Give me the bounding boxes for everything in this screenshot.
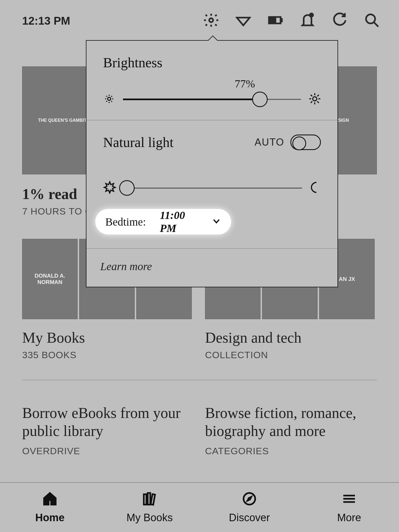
tab-discover[interactable]: Discover	[200, 483, 299, 532]
shelf-title: My Books	[22, 329, 194, 346]
natural-light-section: Natural light AUTO Bedtime: 11:00 PM	[86, 120, 337, 248]
status-icons	[203, 12, 380, 29]
svg-marker-33	[104, 182, 115, 193]
svg-point-12	[310, 14, 313, 17]
overdrive-tile[interactable]: Borrow eBooks from your public library O…	[22, 394, 194, 456]
svg-rect-36	[151, 494, 155, 505]
svg-rect-34	[144, 494, 146, 505]
brightness-popup: Brightness 77% Natural light AUTO	[86, 40, 338, 287]
natural-light-title: Natural light	[103, 134, 173, 150]
bedtime-label: Bedtime:	[105, 215, 146, 228]
compass-icon	[242, 491, 257, 509]
chevron-down-icon	[212, 216, 221, 227]
tab-home[interactable]: Home	[0, 483, 100, 532]
auto-label: AUTO	[255, 136, 284, 148]
svg-rect-10	[281, 19, 282, 21]
bedtime-value: 11:00 PM	[160, 209, 198, 235]
svg-line-8	[206, 24, 207, 26]
svg-point-24	[313, 97, 317, 101]
menu-icon	[341, 491, 357, 509]
moon-icon	[308, 181, 321, 195]
svg-point-37	[244, 493, 255, 505]
svg-line-21	[111, 101, 112, 102]
svg-line-20	[106, 96, 107, 97]
brightness-slider-thumb[interactable]	[252, 92, 268, 107]
brightness-low-icon	[103, 93, 115, 106]
tile-subtitle: OVERDRIVE	[22, 446, 194, 456]
auto-toggle[interactable]	[290, 135, 321, 150]
brightness-section: Brightness 77%	[86, 41, 337, 120]
svg-line-22	[111, 96, 112, 97]
battery-icon[interactable]	[268, 12, 283, 29]
tab-label: More	[337, 512, 361, 524]
home-icon	[42, 491, 58, 509]
svg-line-31	[317, 95, 319, 96]
tile-title: Browse fiction, romance, biography and m…	[205, 404, 377, 440]
notifications-icon[interactable]	[300, 12, 315, 29]
brightness-percent-label: 77%	[235, 77, 255, 90]
svg-line-23	[106, 101, 107, 102]
tile-subtitle: CATEGORIES	[205, 446, 377, 456]
popup-pointer	[208, 36, 217, 41]
search-icon[interactable]	[364, 12, 380, 29]
learn-more-section: Learn more	[86, 249, 337, 287]
svg-line-5	[206, 15, 207, 16]
svg-line-7	[215, 15, 217, 16]
wifi-icon[interactable]	[236, 12, 251, 29]
tab-label: My Books	[127, 512, 173, 524]
brightness-icon[interactable]	[203, 12, 219, 29]
svg-line-14	[374, 22, 378, 27]
tile-title: Borrow eBooks from your public library	[22, 404, 194, 440]
tab-label: Discover	[229, 512, 270, 524]
tab-more[interactable]: More	[299, 483, 399, 532]
natural-light-slider-thumb[interactable]	[119, 180, 135, 196]
bedtime-dropdown[interactable]: Bedtime: 11:00 PM	[95, 209, 231, 234]
brightness-slider[interactable]	[123, 99, 301, 100]
learn-more-link[interactable]: Learn more	[100, 260, 152, 273]
svg-line-6	[215, 24, 217, 26]
categories-tile[interactable]: Browse fiction, romance, biography and m…	[205, 394, 377, 456]
svg-point-15	[108, 97, 111, 100]
svg-rect-35	[148, 493, 150, 505]
status-bar: 12:13 PM	[0, 0, 399, 42]
tab-bar: Home My Books Discover More	[0, 482, 399, 532]
shelf-subtitle: 335 BOOKS	[22, 350, 194, 360]
brightness-title: Brightness	[103, 55, 321, 71]
svg-rect-11	[270, 18, 275, 22]
shelf-title: Design and tech	[205, 329, 377, 346]
svg-line-32	[311, 101, 312, 103]
natural-light-slider[interactable]	[122, 188, 302, 188]
books-icon	[142, 491, 157, 509]
svg-point-0	[209, 18, 213, 22]
tab-label: Home	[35, 512, 65, 524]
book-cover: DONALD A. NORMAN	[22, 239, 78, 319]
sun-outline-icon	[103, 181, 116, 195]
clock: 12:13 PM	[22, 15, 70, 27]
brightness-high-icon	[309, 93, 321, 106]
shelf-subtitle: COLLECTION	[205, 350, 377, 360]
tab-mybooks[interactable]: My Books	[100, 483, 200, 532]
svg-line-30	[317, 101, 319, 103]
sync-icon[interactable]	[332, 12, 347, 29]
svg-line-29	[311, 95, 312, 96]
svg-marker-38	[247, 497, 251, 501]
svg-point-13	[366, 14, 375, 24]
divider	[22, 380, 377, 380]
